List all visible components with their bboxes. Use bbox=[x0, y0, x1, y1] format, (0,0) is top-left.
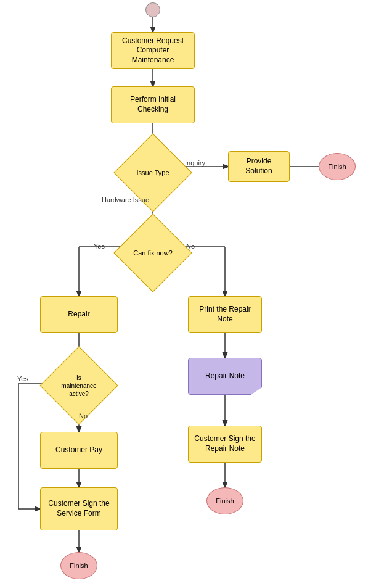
repair-note-doc: Repair Note bbox=[188, 358, 262, 395]
provide-solution-node: Provide Solution bbox=[228, 151, 290, 182]
no-maint-label: No bbox=[79, 412, 88, 419]
start-node bbox=[145, 2, 160, 17]
inquiry-label: Inquiry bbox=[185, 159, 205, 167]
customer-sign-service-node: Customer Sign the Service Form bbox=[40, 487, 118, 530]
flowchart: Customer Request Computer Maintenance Pe… bbox=[0, 0, 392, 586]
yes-maint-label: Yes bbox=[17, 375, 28, 382]
no-fix-label: No bbox=[186, 242, 195, 250]
customer-request-node: Customer Request Computer Maintenance bbox=[111, 32, 195, 69]
finish1-node: Finish bbox=[319, 153, 356, 180]
repair-node: Repair bbox=[40, 296, 118, 333]
finish2-node: Finish bbox=[60, 552, 97, 579]
customer-pay-node: Customer Pay bbox=[40, 432, 118, 469]
hardware-label: Hardware Issue bbox=[102, 196, 149, 204]
yes-fix-label: Yes bbox=[94, 242, 105, 250]
can-fix-diamond bbox=[113, 213, 192, 292]
initial-check-node: Perform Initial Checking bbox=[111, 86, 195, 123]
finish3-node: Finish bbox=[206, 487, 243, 514]
customer-sign-repair-node: Customer Sign the Repair Note bbox=[188, 426, 262, 463]
print-repair-node: Print the Repair Note bbox=[188, 296, 262, 333]
